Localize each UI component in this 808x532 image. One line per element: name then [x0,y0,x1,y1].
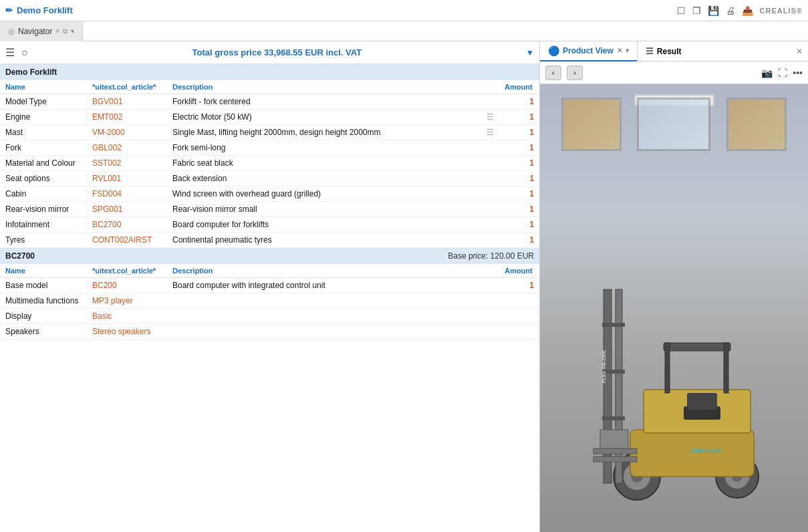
cell-article: BGV001 [87,94,167,110]
cell-name: Mast [0,125,87,140]
svg-rect-9 [665,343,670,393]
table-row[interactable]: Material and Colour SST002 Fabric seat b… [0,156,539,171]
cell-amount: 1 [499,94,539,110]
col2-header-article: *uitext.col_article* [87,264,167,278]
svg-text:CREALIS®: CREALIS® [690,448,722,454]
price-dropdown-icon[interactable]: ▼ [526,48,534,57]
table-row[interactable]: Model Type BGV001 Forklift - fork center… [0,94,539,110]
product-view-close[interactable]: ✕ [617,47,622,54]
forklift-image: CREALIS® PLEX VM-2500 [590,269,777,512]
navigator-close[interactable]: × [55,27,59,35]
cell-amount: 1 [499,125,539,140]
right-panel: 🔵 Product View ✕ ▾ ☰ Result ✕ ‹ › 📷 ⛶ ••… [540,41,808,532]
section2-label: BC2700 [5,251,35,261]
table-row[interactable]: Display Basic [0,309,539,324]
navigator-drop[interactable]: ▾ [71,27,74,35]
table-row[interactable]: Base model BC200 Board computer with int… [0,278,539,293]
table-row[interactable]: Rear-vision mirror SPG001 Rear-vision mi… [0,202,539,217]
cell-article: Basic [87,309,167,324]
camera-icon[interactable]: 📷 [761,68,773,78]
cell-description: Continental pneumatic tyres [167,233,481,248]
navigator-expand[interactable]: ⧉ [63,27,68,35]
check-icon[interactable]: ○ [21,47,28,59]
right-panel-close[interactable]: ✕ [791,47,808,56]
cell-icon [481,171,499,186]
new-doc-icon[interactable]: ☐ [677,5,686,16]
cell-description: Single Mast, lifting height 2000mm, desi… [167,125,481,140]
cell-article: FSD004 [87,186,167,202]
cell-amount: 1 [499,171,539,186]
expand-icon[interactable]: ⛶ [778,68,787,78]
table-row[interactable]: Tyres CONT002AIRST Continental pneumatic… [0,233,539,248]
title-bar-actions: ☐ ❐ 💾 🖨 📤 CREALIS® [677,5,803,16]
table-row[interactable]: Seat options RVL001 Back extension 1 [0,171,539,186]
cell-name: Base model [0,278,87,293]
cell-icon [481,233,499,248]
table-row[interactable]: Engine EMT002 Electric Motor (50 kW) ☰ 1 [0,110,539,125]
svg-rect-20 [593,456,637,462]
table-row[interactable]: Fork GBL002 Fork semi-long 1 [0,140,539,156]
nav-prev-button[interactable]: ‹ [545,65,561,80]
cell-description: Wind screen with overhead guard (grilled… [167,186,481,202]
cell-article: CONT002AIRST [87,233,167,248]
navigator-tab[interactable]: ◎ Navigator × ⧉ ▾ [0,21,83,41]
copy-icon[interactable]: ❐ [692,5,701,16]
table-row[interactable]: Speakers Stereo speakers [0,324,539,340]
save-icon[interactable]: 💾 [708,5,719,16]
tab-product-view[interactable]: 🔵 Product View ✕ ▾ [540,41,637,61]
col2-header-amount: Amount [499,264,539,278]
product-view-dropdown[interactable]: ▾ [626,47,629,54]
svg-rect-8 [664,343,730,351]
table-row[interactable]: Mast VM-2000 Single Mast, lifting height… [0,125,539,140]
cell-name: Tyres [0,233,87,248]
cell-article: RVL001 [87,171,167,186]
col2-header-icon-space [483,264,499,278]
result-label: Result [657,47,682,56]
nav-next-button[interactable]: › [567,65,583,80]
crealis-logo: CREALIS® [760,7,803,15]
table-row[interactable]: Cabin FSD004 Wind screen with overhead g… [0,186,539,202]
tab-result[interactable]: ☰ Result [638,41,690,61]
export-icon[interactable]: 📤 [742,5,753,16]
cell-name: Rear-vision mirror [0,202,87,217]
cell-description [167,309,483,324]
col-header-article: *uitext.col_article* [87,80,167,94]
col-header-name: Name [0,80,87,94]
table-row[interactable]: Infotainment BC2700 Board computer for f… [0,217,539,233]
cell-name: Seat options [0,171,87,186]
svg-rect-18 [600,430,628,450]
cell-amount: 1 [499,202,539,217]
cell-icon [481,140,499,156]
section1-table: Name *uitext.col_article* Description Am… [0,80,539,248]
cell-description: Rear-vision mirror small [167,202,481,217]
cell-amount: 1 [499,156,539,171]
section1-label: Demo Forklift [5,68,57,77]
more-options-icon[interactable]: ••• [793,68,803,78]
svg-rect-12 [687,393,717,410]
cell-icon [481,94,499,110]
navigator-label: Navigator [18,27,52,36]
table-row[interactable]: Multimedia functions MP3 player [0,293,539,309]
svg-rect-19 [593,448,637,454]
cell-name: Engine [0,110,87,125]
window-center [637,98,710,151]
cell-amount: 1 [499,110,539,125]
right-toolbar: ‹ › 📷 ⛶ ••• [540,61,808,84]
cell-description: Board computer for forklifts [167,217,481,233]
cell-name: Speakers [0,324,87,340]
cell-amount [499,324,539,340]
print-icon[interactable]: 🖨 [726,5,735,16]
cell-description [167,324,483,340]
col-header-description: Description [167,80,481,94]
svg-rect-17 [602,416,625,420]
col-header-amount: Amount [499,80,539,94]
cell-icon: ☰ [481,125,499,140]
cell-description: Board computer with integrated control u… [167,278,483,293]
grid-icon[interactable]: ☰ [5,46,15,59]
cell-name: Model Type [0,94,87,110]
product-view-tab-icon: 🔵 [548,45,559,56]
col2-header-description: Description [167,264,483,278]
svg-rect-15 [602,323,625,327]
table-area: Demo Forklift Name *uitext.col_article* … [0,64,539,532]
cell-icon [481,202,499,217]
